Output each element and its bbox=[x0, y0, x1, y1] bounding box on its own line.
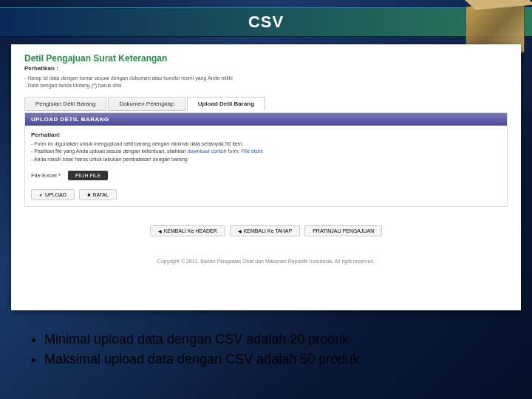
file-label: File Excel * bbox=[31, 172, 61, 179]
arrow-left-icon bbox=[238, 228, 242, 233]
tab-detil-barang[interactable]: Pengisian Detil Barang bbox=[24, 97, 106, 111]
notice-label: Perhatikan : bbox=[24, 65, 508, 72]
embedded-screenshot: Detil Pengajuan Surat Keterangan Perhati… bbox=[11, 44, 521, 310]
browse-button[interactable]: PILIH FILE bbox=[68, 171, 108, 180]
panel-warning-label: Perhatian! bbox=[31, 132, 501, 138]
cancel-button[interactable]: BATAL bbox=[79, 189, 117, 200]
tab-dokumen-pelengkap[interactable]: Dokumen Pelengkap bbox=[108, 97, 185, 111]
top-notes: - Harap isi data dengan benar sesuai den… bbox=[24, 75, 508, 89]
page-heading: Detil Pengajuan Surat Keterangan bbox=[24, 53, 508, 64]
note-line: - Harap isi data dengan benar sesuai den… bbox=[24, 75, 508, 82]
preview-button[interactable]: PRATINJAU PENGAJUAN bbox=[304, 225, 382, 236]
arrow-left-icon bbox=[158, 228, 162, 233]
bullet-item: Maksimal upload data dengan CSV adalah 5… bbox=[44, 349, 502, 369]
title-bar: CSV bbox=[0, 7, 532, 37]
slide: CSV Detil Pengajuan Surat Keterangan Per… bbox=[0, 0, 532, 399]
close-icon bbox=[87, 192, 91, 197]
slide-title: CSV bbox=[248, 13, 284, 32]
file-row: File Excel * PILIH FILE bbox=[31, 171, 501, 180]
note-line: - Data dengan tanda bintang (*) harus di… bbox=[24, 82, 508, 89]
check-icon bbox=[39, 192, 43, 197]
upload-panel: UPLOAD DETIL BARANG Perhatian! - Form in… bbox=[24, 112, 508, 208]
panel-notes: - Form ini digunakan untuk mengupload de… bbox=[31, 140, 501, 164]
action-row: UPLOAD BATAL bbox=[31, 189, 501, 200]
bullet-list: Minimal upload data dengan CSV adalah 20… bbox=[30, 330, 502, 369]
copyright-text: Copyright © 2011. Badan Pengawas Obat da… bbox=[24, 259, 508, 264]
back-prev-button[interactable]: KEMBALI Ke TAHAP bbox=[230, 225, 301, 236]
upload-button[interactable]: UPLOAD bbox=[31, 189, 75, 200]
nav-row: KEMBALI Ke HEADER KEMBALI Ke TAHAP PRATI… bbox=[24, 225, 508, 236]
bullet-item: Minimal upload data dengan CSV adalah 20… bbox=[44, 330, 502, 349]
back-header-button[interactable]: KEMBALI Ke HEADER bbox=[150, 225, 225, 236]
tab-upload-detil[interactable]: Upload Detil Barang bbox=[187, 97, 265, 111]
tab-bar: Pengisian Detil Barang Dokumen Pelengkap… bbox=[24, 97, 508, 111]
panel-header: UPLOAD DETIL BARANG bbox=[25, 113, 507, 126]
